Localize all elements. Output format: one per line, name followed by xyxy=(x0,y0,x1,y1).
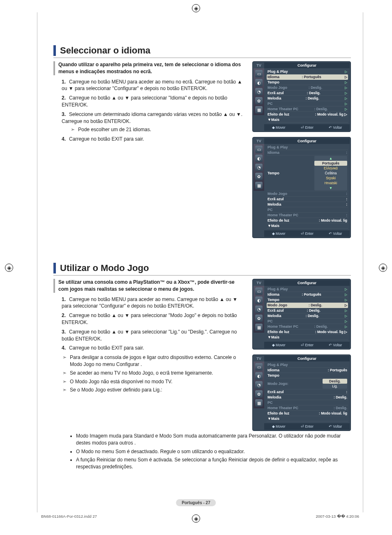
modojogo-dropdown[interactable]: Deslig. Lig. xyxy=(323,379,347,389)
channel-icon: ◔ xyxy=(255,164,263,171)
crop-mark-right xyxy=(379,264,387,272)
step-3: 3.Seleccione um determinado idioma carre… xyxy=(62,111,244,133)
step-2: 2.Carregue no botão ▲ ou ▼ para seleccio… xyxy=(62,312,244,326)
footer-filename: BN68-01166A-Por-0312.indd 27 xyxy=(41,514,97,519)
osd-footer-hints: ◆ Mover ⏎ Enter ↶ Voltar xyxy=(264,124,350,131)
footer-timestamp: 2007-03-13 �� 4:20:06 xyxy=(316,514,359,519)
sound-icon: ◐ xyxy=(255,79,263,86)
note-4: Se o Modo Jogo estiver definido para Lig… xyxy=(53,387,244,394)
sound-icon: ◐ xyxy=(255,372,263,380)
step-1: 1.Carregue no botão MENU para aceder ao … xyxy=(62,296,244,310)
crop-mark-top xyxy=(192,4,200,12)
margin-rule-left xyxy=(37,12,37,512)
section-intro: Se utilizar uma consola como a PlayStati… xyxy=(53,279,244,293)
osd-configurar-idioma-dropdown: TV ▭ ◐ ◔ ✿ ▦ Configurar xyxy=(252,137,351,238)
bullets-list: Modo Imagem muda para Standard e Modo So… xyxy=(53,433,351,470)
step-4: 4.Carregue no botão EXIT para sair. xyxy=(62,345,244,352)
channel-icon: ◔ xyxy=(255,381,263,389)
osd-icon-rail: ▭ ◐ ◔ ✿ ▦ xyxy=(254,68,264,115)
title-accent-bar xyxy=(53,263,56,273)
setup-icon: ✿ xyxy=(255,173,263,180)
step-3-note: Pode escolher um de 21 idiomas. xyxy=(62,126,244,133)
osd-configurar-idioma-highlight: TV ▭ ◐ ◔ ✿ ▦ Configurar xyxy=(252,61,351,132)
input-icon: ▦ xyxy=(255,399,263,407)
section-title: Seleccionar o idioma xyxy=(60,45,150,56)
sound-icon: ◐ xyxy=(255,296,263,304)
bullet-1: Modo Imagem muda para Standard e Modo So… xyxy=(76,433,351,447)
sound-icon: ◐ xyxy=(255,155,263,162)
channel-icon: ◔ xyxy=(255,88,263,95)
page-number-badge: Português - 27 xyxy=(176,499,216,506)
bullet-2: O Modo no menu Som é desactivado. Regule… xyxy=(76,448,351,455)
steps-list: 1.Carregue no botão MENU para aceder ao … xyxy=(53,296,244,352)
osd-configurar-modojogo-highlight: TV ▭ ◐ ◔ ✿ ▦ Configurar xyxy=(252,279,351,350)
step-4: 4.Carregue no botão EXIT para sair. xyxy=(62,136,244,143)
margin-rule-right xyxy=(363,12,363,512)
picture-icon: ▭ xyxy=(255,363,263,371)
setup-icon: ✿ xyxy=(255,390,263,398)
input-icon: ▦ xyxy=(255,324,263,331)
print-footer: BN68-01166A-Por-0312.indd 27 2007-03-13 … xyxy=(41,514,359,519)
picture-icon: ▭ xyxy=(255,287,263,295)
bullet-3: A função Reiniciar do menu Som é activad… xyxy=(76,456,351,470)
step-3: 3.Carregue no botão ▲ ou ▼ para seleccio… xyxy=(62,329,244,343)
osd-item-modojogo-selected[interactable]: Modo Jogo: Deslig.▷ xyxy=(267,303,348,308)
language-dropdown[interactable]: ▲ Português Eλληνικά Čeština Srpski Hrva… xyxy=(314,156,347,190)
note-1: Para desligar a consola de jogos e ligar… xyxy=(53,354,244,368)
channel-icon: ◔ xyxy=(255,306,263,313)
crop-mark-left xyxy=(5,264,13,272)
osd-item-idioma-selected[interactable]: Idioma: Português▷ xyxy=(267,74,348,80)
osd-source-label: TV xyxy=(254,63,264,68)
input-icon: ▦ xyxy=(255,106,263,113)
setup-icon: ✿ xyxy=(255,315,263,322)
picture-icon: ▭ xyxy=(255,70,263,77)
section-intro: Quando utilizar o aparelho pela primeira… xyxy=(53,61,244,75)
picture-icon: ▭ xyxy=(255,146,263,153)
osd-configurar-modojogo-dropdown: TV ▭ ◐ ◔ ✿ ▦ Configurar xyxy=(252,354,351,431)
input-icon: ▦ xyxy=(255,182,263,189)
section-modo-jogo: Utilizar o Modo Jogo Se utilizar uma con… xyxy=(53,263,351,470)
section-seleccionar-idioma: Seleccionar o idioma Quando utilizar o a… xyxy=(53,45,351,238)
title-accent-bar xyxy=(53,45,56,56)
section-title: Utilizar o Modo Jogo xyxy=(60,263,149,273)
note-3: O Modo Jogo não está disponível no modo … xyxy=(53,378,244,385)
steps-list: 1.Carregue no botão MENU para aceder ao … xyxy=(53,79,244,143)
step-2: 2.Carregue no botão ▲ ou ▼ para seleccio… xyxy=(62,95,244,109)
note-2: Se aceder ao menu TV no Modo Jogo, o ecr… xyxy=(53,370,244,377)
osd-title: Configurar xyxy=(264,63,350,68)
setup-icon: ✿ xyxy=(255,97,263,104)
step-1: 1.Carregue no botão MENU para aceder ao … xyxy=(62,79,244,93)
